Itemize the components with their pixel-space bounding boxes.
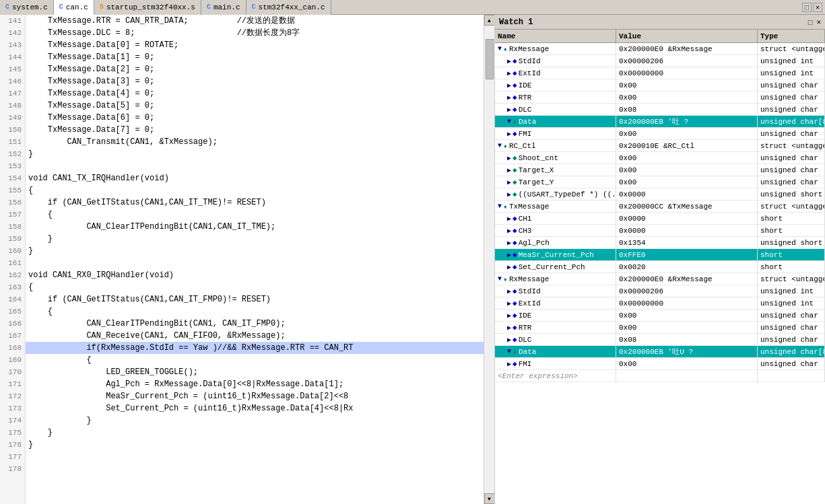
expand-icon[interactable]: ▶	[507, 312, 511, 320]
expand-icon[interactable]: ▶	[507, 239, 511, 247]
tab-stm32-can-c[interactable]: C stm32f4xx_can.c	[246, 0, 331, 15]
watch-cell-value: 0x200000EB '吐 ?	[616, 116, 758, 128]
expand-icon[interactable]: ▶	[507, 166, 511, 174]
watch-cell-name: ▼⬧Data	[495, 116, 616, 128]
watch-cell-name: ▶◆IDE	[495, 310, 616, 322]
expand-icon[interactable]: ▶	[507, 106, 511, 114]
watch-row[interactable]: ▶◆MeaSr_Current_Pch0xFFE0short	[495, 249, 825, 261]
watch-cell-name: ▼⬧TxMessage	[495, 201, 616, 213]
expand-icon[interactable]: ▶	[507, 251, 511, 259]
watch-row[interactable]: ▶◆Target_X0x00unsigned char	[495, 164, 825, 176]
expand-icon[interactable]: ▶	[507, 154, 511, 162]
vertical-scrollbar[interactable]: ▲ ▼	[484, 15, 494, 504]
watch-row[interactable]: ▶◆CH30x0000short	[495, 225, 825, 237]
watch-row[interactable]: ▶◆Shoot_cnt0x00unsigned char	[495, 152, 825, 164]
watch-close-button[interactable]: ✕	[816, 17, 821, 26]
watch-row[interactable]: ▶◆IDE0x00unsigned char	[495, 79, 825, 92]
expand-icon[interactable]: ▼	[507, 118, 511, 125]
tab-bar: C system.c C can.c S startup_stm32f40xx.…	[0, 0, 825, 15]
line-number: 162	[0, 269, 26, 281]
watch-row[interactable]: ▶◆Agl_Pch0x1354unsigned short	[495, 237, 825, 249]
watch-row[interactable]: ▼⬧RC_Ctl0x200010E &RC_Ctlstruct <untagge…	[495, 140, 825, 152]
watch-row[interactable]: ▶◆RTR0x00unsigned char	[495, 322, 825, 334]
watch-cell-name: ▶◆IDE	[495, 79, 616, 92]
diamond-teal-icon: ◆	[513, 166, 517, 174]
watch-cell-type: unsigned char	[758, 92, 825, 104]
expand-icon[interactable]: ▶	[507, 130, 511, 138]
float-button[interactable]: ⬚	[802, 3, 812, 12]
watch-body[interactable]: ▼⬧RxMessage0x200000E0 &RxMessagestruct <…	[495, 43, 825, 504]
watch-name-text: Set_Current_Pch	[519, 263, 585, 271]
line-content: MeaSr_Current_Pch = (uint16_t)RxMessage.…	[26, 390, 348, 402]
watch-float-button[interactable]: ⬚	[808, 17, 813, 26]
expand-icon[interactable]: ▶	[507, 94, 511, 102]
watch-row[interactable]: ▶◆Set_Current_Pch0x0020short	[495, 261, 825, 273]
expand-icon[interactable]: ▼	[498, 275, 502, 283]
expand-icon[interactable]: ▼	[498, 142, 502, 149]
watch-cell-value: 0x00000206	[616, 285, 758, 297]
watch-row[interactable]: ▶◆RTR0x00unsigned char	[495, 92, 825, 104]
watch-row[interactable]: ▶◆ExtId0x00000000unsigned int	[495, 297, 825, 310]
expand-icon[interactable]: ▼	[498, 45, 502, 52]
watch-row[interactable]: ▶◆FMI0x00unsigned char	[495, 358, 825, 370]
watch-name-text: RTR	[519, 324, 532, 332]
expand-icon[interactable]: ▶	[507, 190, 511, 199]
watch-row[interactable]: ▶◆((USART_TypeDef *) ((...0x0000unsigned…	[495, 188, 825, 201]
diamond-icon: ◆	[513, 105, 517, 114]
tab-system-c-label: system.c	[12, 3, 48, 11]
watch-name-text: DLC	[519, 106, 532, 114]
scroll-down-button[interactable]: ▼	[484, 493, 495, 504]
expand-icon[interactable]: ▶	[507, 178, 511, 186]
diamond-icon: ◆	[513, 323, 517, 332]
watch-row[interactable]: ▶◆ExtId0x00000000unsigned int	[495, 67, 825, 79]
watch-row[interactable]: ▶◆Target_Y0x00unsigned char	[495, 176, 825, 188]
watch-row[interactable]: ▶◆StdId0x00000206unsigned int	[495, 285, 825, 297]
watch-row[interactable]: ▶◆IDE0x00unsigned char	[495, 310, 825, 322]
expand-icon[interactable]: ▶	[507, 299, 511, 308]
expand-icon[interactable]: ▶	[507, 336, 511, 344]
expand-icon[interactable]: ▶	[507, 287, 511, 295]
code-line: Set_Current_Pch = (uint16_t)RxMessage.Da…	[26, 402, 484, 415]
watch-row[interactable]: <Enter expression>	[495, 370, 825, 382]
expand-icon[interactable]: ▶	[507, 69, 511, 77]
line-content: {	[26, 354, 92, 366]
expand-icon[interactable]: ▶	[507, 57, 511, 65]
watch-row[interactable]: ▶◆DLC0x08unsigned char	[495, 334, 825, 346]
watch-cell-name: ▶◆RTR	[495, 92, 616, 104]
watch-cell-name: ▶◆MeaSr_Current_Pch	[495, 249, 616, 261]
diamond-icon: ◆	[513, 287, 517, 295]
code-line: Agl_Pch = RxMessage.Data[0]<<8|RxMessage…	[26, 378, 484, 390]
watch-row[interactable]: ▼⬧Data0x200000EB '吐 ?unsigned char[8]	[495, 116, 825, 128]
watch-row[interactable]: ▶◆CH10x0000short	[495, 213, 825, 225]
expand-icon[interactable]: ▶	[507, 227, 511, 235]
watch-cell-name: ▶◆FMI	[495, 128, 616, 140]
expand-icon[interactable]: ▶	[507, 263, 511, 271]
expand-icon[interactable]: ▶	[507, 81, 511, 89]
tab-system-c[interactable]: C system.c	[0, 0, 54, 15]
tab-main-c[interactable]: C main.c	[201, 0, 246, 15]
expand-icon[interactable]: ▶	[507, 360, 511, 368]
watch-row[interactable]: ▼⬧RxMessage0x200000E0 &RxMessagestruct <…	[495, 273, 825, 285]
watch-row[interactable]: ▶◆StdId0x00000206unsigned int	[495, 55, 825, 67]
scroll-up-button[interactable]: ▲	[484, 15, 495, 26]
expand-icon[interactable]: ▼	[507, 348, 511, 355]
watch-cell-type: unsigned char	[758, 104, 825, 116]
watch-cell-value: 0x200010E &RC_Ctl	[616, 140, 758, 152]
watch-row[interactable]: ▼⬧RxMessage0x200000E0 &RxMessagestruct <…	[495, 43, 825, 55]
scroll-thumb[interactable]	[486, 39, 494, 79]
watch-row[interactable]: ▶◆FMI0x00unsigned char	[495, 128, 825, 140]
watch-cell-value: 0x0000	[616, 213, 758, 225]
expand-icon[interactable]: ▶	[507, 324, 511, 332]
line-content: if (CAN_GetITStatus(CAN1,CAN_IT_FMP0)!= …	[26, 293, 271, 305]
watch-name-text: RxMessage	[509, 275, 549, 283]
watch-row[interactable]: ▶◆DLC0x08unsigned char	[495, 104, 825, 116]
watch-cell-value: 0x200000E0 &RxMessage	[616, 43, 758, 55]
tab-can-c[interactable]: C can.c	[54, 0, 94, 15]
close-button[interactable]: ✕	[813, 3, 822, 12]
expand-icon[interactable]: ▶	[507, 215, 511, 223]
expand-icon[interactable]: ▼	[498, 203, 502, 210]
watch-row[interactable]: ▼⬧TxMessage0x200000CC &TxMessagestruct <…	[495, 201, 825, 213]
tab-startup-s[interactable]: S startup_stm32f40xx.s	[94, 0, 201, 15]
tab-can-c-label: can.c	[66, 3, 88, 11]
watch-row[interactable]: ▼⬧Data0x200000EB '吐U ?unsigned char[8]	[495, 346, 825, 358]
